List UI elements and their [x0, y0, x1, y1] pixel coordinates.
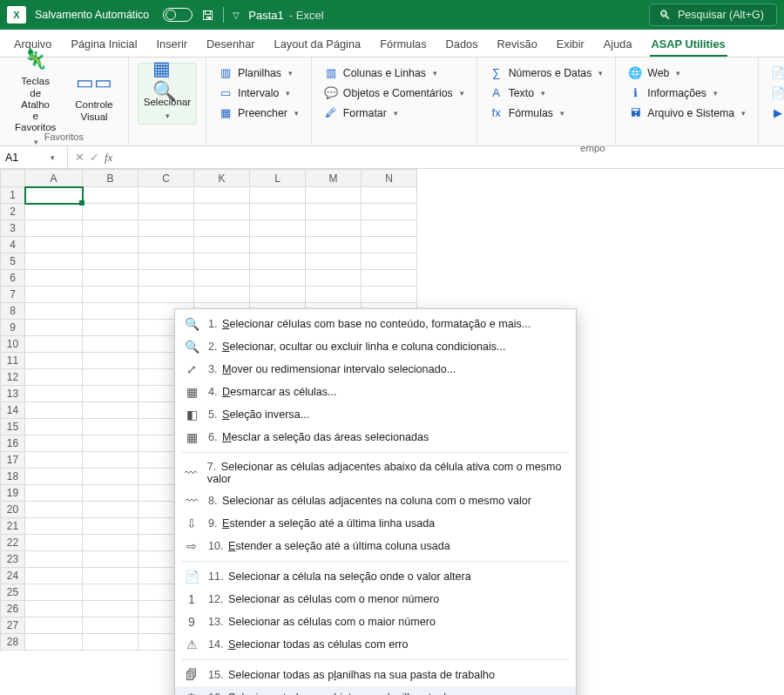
cell-B12[interactable] [83, 369, 139, 386]
cell-M1[interactable] [306, 187, 362, 204]
cell-N1[interactable] [362, 187, 417, 204]
row-header-7[interactable]: 7 [1, 287, 25, 303]
row-header-27[interactable]: 27 [1, 617, 25, 634]
cell-B18[interactable] [83, 469, 139, 485]
cell-B20[interactable] [83, 502, 139, 518]
row-header-14[interactable]: 14 [1, 402, 25, 419]
ribbon-informa-es-button[interactable]: ℹInformações▾ [625, 84, 749, 101]
cell-K3[interactable] [194, 220, 250, 237]
cell-K1[interactable] [194, 187, 250, 204]
cell-C4[interactable] [139, 237, 194, 253]
visual-control-button[interactable]: ▭▭ Controle Visual [69, 65, 118, 126]
cell-A27[interactable] [25, 617, 83, 634]
cell-C2[interactable] [139, 204, 194, 220]
cell-B10[interactable] [83, 336, 139, 353]
cell-B14[interactable] [83, 402, 139, 419]
cell-L4[interactable] [250, 237, 306, 253]
cell-A1[interactable] [25, 187, 83, 204]
cell-M4[interactable] [306, 237, 362, 253]
column-header-C[interactable]: C [139, 170, 194, 187]
cell-A10[interactable] [25, 336, 83, 353]
cell-A8[interactable] [25, 303, 83, 320]
fx-icon[interactable]: fx [105, 151, 112, 165]
row-header-26[interactable]: 26 [1, 601, 25, 617]
row-header-15[interactable]: 15 [1, 419, 25, 435]
cell-K2[interactable] [194, 204, 250, 220]
cell-K5[interactable] [194, 253, 250, 270]
column-header-K[interactable]: K [194, 170, 250, 187]
cell-M2[interactable] [306, 204, 362, 220]
autosave-toggle[interactable] [163, 8, 193, 22]
row-header-4[interactable]: 4 [1, 237, 25, 253]
cell-C6[interactable] [139, 270, 194, 287]
cell-B11[interactable] [83, 353, 139, 369]
row-header-5[interactable]: 5 [1, 253, 25, 270]
cell-B21[interactable] [83, 518, 139, 535]
cell-A3[interactable] [25, 220, 83, 237]
cell-B15[interactable] [83, 419, 139, 435]
tab-p-gina-inicial[interactable]: Página Inicial [69, 32, 139, 57]
ribbon-colunas-e-linhas-button[interactable]: ▥Colunas e Linhas▾ [321, 64, 468, 81]
tab-asap-utilities[interactable]: ASAP Utilities [650, 32, 727, 57]
row-header-6[interactable]: 6 [1, 270, 25, 287]
cell-A11[interactable] [25, 353, 83, 369]
row-header-25[interactable]: 25 [1, 584, 25, 601]
column-header-A[interactable]: A [25, 170, 83, 187]
row-header-3[interactable]: 3 [1, 220, 25, 237]
cell-M3[interactable] [306, 220, 362, 237]
row-header-24[interactable]: 24 [1, 568, 25, 584]
row-header-19[interactable]: 19 [1, 485, 25, 502]
cell-K7[interactable] [194, 287, 250, 303]
cancel-icon[interactable]: ✕ [75, 151, 84, 164]
row-header-10[interactable]: 10 [1, 336, 25, 353]
cell-A18[interactable] [25, 469, 83, 485]
select-all-corner[interactable] [1, 170, 25, 187]
row-header-2[interactable]: 2 [1, 204, 25, 220]
menu-item-10[interactable]: ⇨10. Estender a seleção até a última col… [175, 535, 576, 557]
cell-A22[interactable] [25, 535, 83, 551]
ribbon-objetos-e-coment-rios-button[interactable]: 💬Objetos e Comentários▾ [321, 84, 468, 101]
cell-L3[interactable] [250, 220, 306, 237]
menu-item-4[interactable]: ▦4. Desmarcar as células... [175, 381, 576, 403]
cell-B4[interactable] [83, 237, 139, 253]
row-header-23[interactable]: 23 [1, 551, 25, 568]
cell-L1[interactable] [250, 187, 306, 204]
row-header-22[interactable]: 22 [1, 535, 25, 551]
row-header-13[interactable]: 13 [1, 386, 25, 402]
cell-A6[interactable] [25, 270, 83, 287]
tab-dados[interactable]: Dados [444, 32, 480, 57]
menu-item-5[interactable]: ◧5. Seleção inversa... [175, 403, 576, 426]
ribbon-f-rmulas-button[interactable]: fxFórmulas▾ [486, 105, 607, 121]
cell-A23[interactable] [25, 551, 83, 568]
cell-A28[interactable] [25, 634, 83, 651]
row-header-17[interactable]: 17 [1, 452, 25, 469]
cell-B17[interactable] [83, 452, 139, 469]
cell-B8[interactable] [83, 303, 139, 320]
cell-A17[interactable] [25, 452, 83, 469]
cell-B9[interactable] [83, 320, 139, 336]
row-header-28[interactable]: 28 [1, 634, 25, 651]
cell-A20[interactable] [25, 502, 83, 518]
cell-A26[interactable] [25, 601, 83, 617]
tab-inserir[interactable]: Inserir [155, 32, 190, 57]
ribbon-n-meros-e-datas-button[interactable]: ∑Números e Datas▾ [486, 64, 607, 81]
cell-N5[interactable] [362, 253, 417, 270]
menu-item-6[interactable]: ▦6. Mesclar a seleção das áreas selecion… [175, 426, 576, 449]
row-header-21[interactable]: 21 [1, 518, 25, 535]
menu-item-13[interactable]: 913. Selecionar as células com o maior n… [175, 611, 576, 633]
menu-item-9[interactable]: ⇩9. Estender a seleção até a última linh… [175, 512, 576, 535]
ribbon-web-button[interactable]: 🌐Web▾ [625, 64, 749, 81]
cell-M7[interactable] [306, 287, 362, 303]
row-header-12[interactable]: 12 [1, 369, 25, 386]
search-box[interactable]: 🔍︎ Pesquisar (Alt+G) [649, 3, 777, 26]
cell-N6[interactable] [362, 270, 417, 287]
cell-C3[interactable] [139, 220, 194, 237]
column-header-N[interactable]: N [362, 170, 417, 187]
chevron-down-icon[interactable]: ▾ [51, 153, 55, 162]
ribbon-inic-button[interactable]: ▶Inic [767, 105, 784, 121]
cell-K6[interactable] [194, 270, 250, 287]
cell-B26[interactable] [83, 601, 139, 617]
enter-icon[interactable]: ✓ [90, 151, 99, 164]
cell-N2[interactable] [362, 204, 417, 220]
column-header-M[interactable]: M [306, 170, 362, 187]
